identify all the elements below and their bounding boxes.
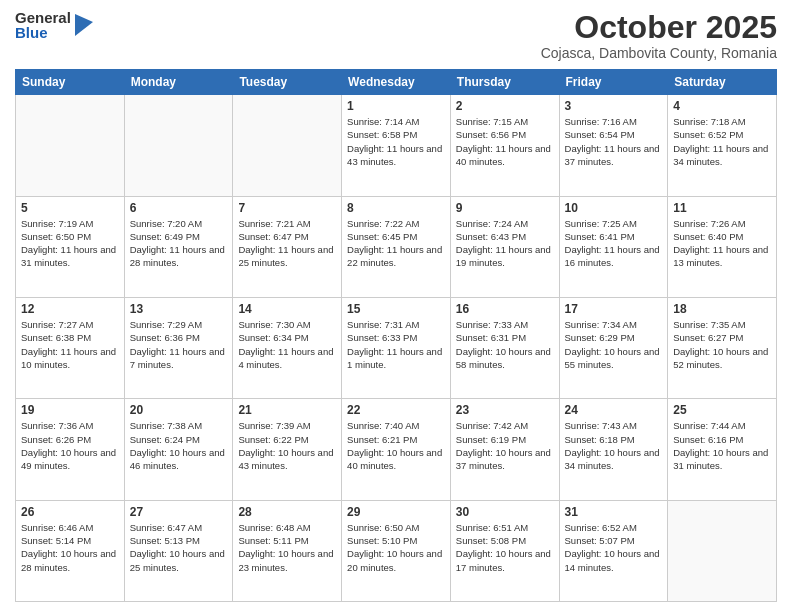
day-info: Sunrise: 7:39 AM Sunset: 6:22 PM Dayligh…	[238, 419, 336, 472]
svg-marker-0	[75, 14, 93, 36]
week-row-1: 1Sunrise: 7:14 AM Sunset: 6:58 PM Daylig…	[16, 95, 777, 196]
day-info: Sunrise: 6:48 AM Sunset: 5:11 PM Dayligh…	[238, 521, 336, 574]
day-info: Sunrise: 7:33 AM Sunset: 6:31 PM Dayligh…	[456, 318, 554, 371]
day-number: 20	[130, 403, 228, 417]
day-cell: 29Sunrise: 6:50 AM Sunset: 5:10 PM Dayli…	[342, 500, 451, 601]
day-number: 3	[565, 99, 663, 113]
day-info: Sunrise: 7:44 AM Sunset: 6:16 PM Dayligh…	[673, 419, 771, 472]
day-cell: 9Sunrise: 7:24 AM Sunset: 6:43 PM Daylig…	[450, 196, 559, 297]
day-info: Sunrise: 7:38 AM Sunset: 6:24 PM Dayligh…	[130, 419, 228, 472]
subtitle: Cojasca, Dambovita County, Romania	[541, 45, 777, 61]
day-cell	[124, 95, 233, 196]
day-number: 12	[21, 302, 119, 316]
day-info: Sunrise: 6:52 AM Sunset: 5:07 PM Dayligh…	[565, 521, 663, 574]
calendar-table: Sunday Monday Tuesday Wednesday Thursday…	[15, 69, 777, 602]
week-row-3: 12Sunrise: 7:27 AM Sunset: 6:38 PM Dayli…	[16, 297, 777, 398]
logo-general: General	[15, 10, 71, 25]
day-info: Sunrise: 7:35 AM Sunset: 6:27 PM Dayligh…	[673, 318, 771, 371]
day-info: Sunrise: 7:18 AM Sunset: 6:52 PM Dayligh…	[673, 115, 771, 168]
day-number: 13	[130, 302, 228, 316]
day-number: 27	[130, 505, 228, 519]
page: General Blue October 2025 Cojasca, Dambo…	[0, 0, 792, 612]
day-cell: 19Sunrise: 7:36 AM Sunset: 6:26 PM Dayli…	[16, 399, 125, 500]
week-row-4: 19Sunrise: 7:36 AM Sunset: 6:26 PM Dayli…	[16, 399, 777, 500]
day-info: Sunrise: 7:20 AM Sunset: 6:49 PM Dayligh…	[130, 217, 228, 270]
day-number: 21	[238, 403, 336, 417]
logo: General Blue	[15, 10, 93, 40]
day-info: Sunrise: 7:24 AM Sunset: 6:43 PM Dayligh…	[456, 217, 554, 270]
day-cell	[16, 95, 125, 196]
day-info: Sunrise: 6:47 AM Sunset: 5:13 PM Dayligh…	[130, 521, 228, 574]
col-wednesday: Wednesday	[342, 70, 451, 95]
day-cell: 8Sunrise: 7:22 AM Sunset: 6:45 PM Daylig…	[342, 196, 451, 297]
day-info: Sunrise: 7:36 AM Sunset: 6:26 PM Dayligh…	[21, 419, 119, 472]
title-block: October 2025 Cojasca, Dambovita County, …	[541, 10, 777, 61]
day-cell: 18Sunrise: 7:35 AM Sunset: 6:27 PM Dayli…	[668, 297, 777, 398]
col-thursday: Thursday	[450, 70, 559, 95]
day-cell: 17Sunrise: 7:34 AM Sunset: 6:29 PM Dayli…	[559, 297, 668, 398]
logo-text: General Blue	[15, 10, 71, 40]
day-info: Sunrise: 7:14 AM Sunset: 6:58 PM Dayligh…	[347, 115, 445, 168]
day-cell: 24Sunrise: 7:43 AM Sunset: 6:18 PM Dayli…	[559, 399, 668, 500]
day-number: 6	[130, 201, 228, 215]
day-number: 9	[456, 201, 554, 215]
day-cell: 14Sunrise: 7:30 AM Sunset: 6:34 PM Dayli…	[233, 297, 342, 398]
day-cell	[233, 95, 342, 196]
week-row-5: 26Sunrise: 6:46 AM Sunset: 5:14 PM Dayli…	[16, 500, 777, 601]
day-number: 18	[673, 302, 771, 316]
calendar-body: 1Sunrise: 7:14 AM Sunset: 6:58 PM Daylig…	[16, 95, 777, 602]
day-number: 11	[673, 201, 771, 215]
col-saturday: Saturday	[668, 70, 777, 95]
day-number: 5	[21, 201, 119, 215]
day-info: Sunrise: 7:27 AM Sunset: 6:38 PM Dayligh…	[21, 318, 119, 371]
month-title: October 2025	[541, 10, 777, 45]
day-cell: 5Sunrise: 7:19 AM Sunset: 6:50 PM Daylig…	[16, 196, 125, 297]
day-cell: 4Sunrise: 7:18 AM Sunset: 6:52 PM Daylig…	[668, 95, 777, 196]
day-info: Sunrise: 6:46 AM Sunset: 5:14 PM Dayligh…	[21, 521, 119, 574]
day-number: 22	[347, 403, 445, 417]
day-number: 26	[21, 505, 119, 519]
day-number: 4	[673, 99, 771, 113]
day-number: 29	[347, 505, 445, 519]
day-info: Sunrise: 7:21 AM Sunset: 6:47 PM Dayligh…	[238, 217, 336, 270]
day-cell: 26Sunrise: 6:46 AM Sunset: 5:14 PM Dayli…	[16, 500, 125, 601]
day-info: Sunrise: 7:25 AM Sunset: 6:41 PM Dayligh…	[565, 217, 663, 270]
day-info: Sunrise: 7:19 AM Sunset: 6:50 PM Dayligh…	[21, 217, 119, 270]
day-cell: 6Sunrise: 7:20 AM Sunset: 6:49 PM Daylig…	[124, 196, 233, 297]
day-number: 17	[565, 302, 663, 316]
day-number: 24	[565, 403, 663, 417]
day-number: 1	[347, 99, 445, 113]
day-info: Sunrise: 7:15 AM Sunset: 6:56 PM Dayligh…	[456, 115, 554, 168]
day-cell: 12Sunrise: 7:27 AM Sunset: 6:38 PM Dayli…	[16, 297, 125, 398]
calendar-header: Sunday Monday Tuesday Wednesday Thursday…	[16, 70, 777, 95]
day-number: 31	[565, 505, 663, 519]
day-cell: 7Sunrise: 7:21 AM Sunset: 6:47 PM Daylig…	[233, 196, 342, 297]
col-tuesday: Tuesday	[233, 70, 342, 95]
day-number: 8	[347, 201, 445, 215]
header-row: Sunday Monday Tuesday Wednesday Thursday…	[16, 70, 777, 95]
day-cell: 21Sunrise: 7:39 AM Sunset: 6:22 PM Dayli…	[233, 399, 342, 500]
day-number: 30	[456, 505, 554, 519]
col-sunday: Sunday	[16, 70, 125, 95]
day-number: 2	[456, 99, 554, 113]
col-monday: Monday	[124, 70, 233, 95]
day-cell: 22Sunrise: 7:40 AM Sunset: 6:21 PM Dayli…	[342, 399, 451, 500]
day-cell: 15Sunrise: 7:31 AM Sunset: 6:33 PM Dayli…	[342, 297, 451, 398]
logo-blue: Blue	[15, 25, 71, 40]
day-cell: 2Sunrise: 7:15 AM Sunset: 6:56 PM Daylig…	[450, 95, 559, 196]
day-cell: 28Sunrise: 6:48 AM Sunset: 5:11 PM Dayli…	[233, 500, 342, 601]
day-cell: 30Sunrise: 6:51 AM Sunset: 5:08 PM Dayli…	[450, 500, 559, 601]
day-cell: 3Sunrise: 7:16 AM Sunset: 6:54 PM Daylig…	[559, 95, 668, 196]
week-row-2: 5Sunrise: 7:19 AM Sunset: 6:50 PM Daylig…	[16, 196, 777, 297]
day-number: 19	[21, 403, 119, 417]
day-info: Sunrise: 7:29 AM Sunset: 6:36 PM Dayligh…	[130, 318, 228, 371]
day-info: Sunrise: 7:30 AM Sunset: 6:34 PM Dayligh…	[238, 318, 336, 371]
day-number: 23	[456, 403, 554, 417]
day-number: 28	[238, 505, 336, 519]
day-number: 10	[565, 201, 663, 215]
day-info: Sunrise: 7:43 AM Sunset: 6:18 PM Dayligh…	[565, 419, 663, 472]
day-cell: 13Sunrise: 7:29 AM Sunset: 6:36 PM Dayli…	[124, 297, 233, 398]
day-cell: 23Sunrise: 7:42 AM Sunset: 6:19 PM Dayli…	[450, 399, 559, 500]
day-number: 25	[673, 403, 771, 417]
day-number: 16	[456, 302, 554, 316]
